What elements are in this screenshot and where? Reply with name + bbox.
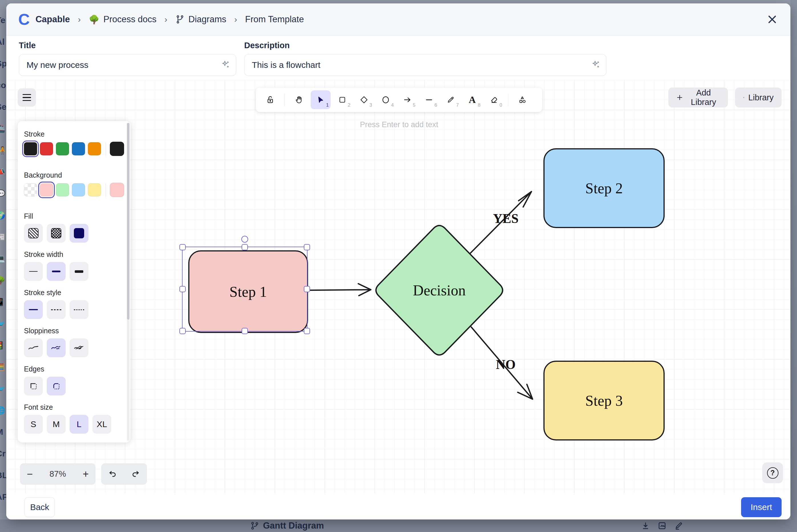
zoom-out-button[interactable]: −: [27, 469, 33, 479]
divider: [106, 183, 106, 197]
font-size-section-label: Font size: [24, 403, 124, 412]
stroke-style-dashed-button[interactable]: [47, 300, 66, 319]
zoom-level[interactable]: 87%: [49, 469, 66, 479]
globe-mesh-emoji-icon: 🌐: [0, 406, 7, 415]
tool-shortcut: 2: [348, 102, 350, 108]
history-bar: [101, 463, 147, 485]
zoom-in-button[interactable]: +: [83, 469, 89, 479]
arrow-tool-icon[interactable]: 5: [397, 90, 417, 109]
background-color-green[interactable]: [56, 183, 69, 196]
close-icon[interactable]: [764, 11, 781, 28]
insert-button[interactable]: Insert: [741, 497, 782, 517]
panel-scrollbar-thumb[interactable]: [127, 123, 130, 320]
resize-handle-n[interactable]: [242, 244, 248, 250]
background-color-blue[interactable]: [72, 183, 85, 196]
stroke-color-green[interactable]: [56, 142, 69, 155]
stroke-width-thin-button[interactable]: [24, 262, 43, 281]
drawing-canvas[interactable]: 1 2 3 4 5: [6, 80, 791, 493]
background-color-yellow[interactable]: [88, 183, 101, 196]
edges-sharp-button[interactable]: [24, 377, 43, 395]
news-emoji-icon: 📰: [0, 233, 7, 241]
back-button[interactable]: Back: [24, 497, 55, 517]
flowchart-node-step2[interactable]: Step 2: [543, 148, 665, 228]
fill-crosshatch-button[interactable]: [47, 224, 66, 243]
font-size-m-button[interactable]: M: [47, 415, 66, 434]
divider: [508, 94, 508, 106]
background-current-color[interactable]: [110, 183, 124, 197]
library-button[interactable]: Library: [735, 88, 782, 108]
flowchart-node-decision[interactable]: Decision: [373, 223, 505, 357]
tree-emoji-icon: 🌳: [89, 15, 99, 24]
phone-emoji-icon: 📱: [0, 298, 7, 306]
line-tool-icon[interactable]: 6: [419, 90, 439, 109]
resize-handle-e[interactable]: [304, 286, 310, 292]
stroke-color-orange[interactable]: [88, 142, 101, 155]
stroke-style-dotted-button[interactable]: [70, 300, 89, 319]
megaphone-emoji-icon: 📣: [0, 168, 7, 176]
resize-handle-ne[interactable]: [304, 244, 310, 250]
resize-handle-se[interactable]: [304, 328, 310, 334]
diamond-tool-icon[interactable]: 3: [354, 90, 374, 109]
background-color-transparent[interactable]: [24, 183, 37, 196]
breadcrumb-label: Diagrams: [188, 14, 226, 24]
breadcrumb-process-docs[interactable]: 🌳 Process docs: [89, 14, 156, 24]
font-size-row: S M L XL: [24, 415, 124, 434]
breadcrumb-capable[interactable]: Capable: [35, 14, 70, 24]
diagram-editor-modal: C Capable › 🌳 Process docs › Diagrams › …: [6, 3, 791, 519]
stroke-style-solid-button[interactable]: [24, 300, 43, 319]
resize-handle-w[interactable]: [180, 286, 186, 292]
zoom-bar: − 87% +: [20, 463, 96, 485]
book-icon: [743, 93, 744, 102]
lock-icon[interactable]: [260, 90, 280, 109]
font-size-s-button[interactable]: S: [24, 415, 43, 434]
breadcrumb-diagrams[interactable]: Diagrams: [175, 14, 226, 24]
text-tool-icon[interactable]: A 8: [462, 90, 482, 109]
selection-tool-icon[interactable]: 1: [311, 90, 331, 109]
stroke-color-black[interactable]: [24, 142, 37, 155]
sparkles-ai-icon[interactable]: [221, 60, 230, 71]
title-input[interactable]: [19, 54, 236, 76]
font-size-xl-button[interactable]: XL: [92, 415, 111, 434]
edges-round-button[interactable]: [47, 377, 66, 395]
form-row: Title Description: [6, 36, 791, 80]
rectangle-tool-icon[interactable]: 2: [332, 90, 352, 109]
stroke-width-bold-button[interactable]: [47, 262, 66, 281]
resize-handle-s[interactable]: [242, 328, 248, 334]
stroke-color-red[interactable]: [40, 142, 53, 155]
ellipse-tool-icon[interactable]: 4: [376, 90, 396, 109]
flowchart-node-step3[interactable]: Step 3: [543, 361, 665, 440]
stroke-width-extrabold-button[interactable]: [70, 262, 89, 281]
backdrop-text: Se: [0, 103, 7, 111]
ship-emoji-icon: 🚢: [0, 124, 7, 133]
node-label: Step 2: [585, 180, 623, 197]
edge-label-yes[interactable]: YES: [487, 211, 524, 226]
sloppiness-architect-button[interactable]: [24, 338, 43, 357]
tool-island: 1 2 3 4 5: [256, 88, 542, 112]
description-input[interactable]: [244, 54, 607, 76]
sparkles-ai-icon[interactable]: [591, 60, 601, 71]
stroke-current-color[interactable]: [110, 142, 124, 156]
fill-hachure-button[interactable]: [24, 224, 43, 243]
sloppiness-cartoonist-button[interactable]: [70, 338, 89, 357]
modal-footer: Back Insert: [6, 493, 791, 519]
font-size-l-button[interactable]: L: [70, 415, 89, 434]
draw-tool-icon[interactable]: 7: [441, 90, 461, 109]
shapes-tool-icon[interactable]: [512, 90, 532, 109]
eraser-tool-icon[interactable]: 0: [484, 90, 504, 109]
sloppiness-artist-button[interactable]: [47, 338, 66, 357]
add-library-button[interactable]: Add Library: [668, 88, 728, 108]
stroke-color-blue[interactable]: [72, 142, 85, 155]
backdrop-text: Te: [0, 16, 7, 24]
background-color-pink[interactable]: [40, 183, 53, 196]
redo-icon[interactable]: [131, 469, 140, 479]
resize-handle-sw[interactable]: [180, 328, 186, 334]
resize-handle-nw[interactable]: [180, 244, 186, 250]
undo-icon[interactable]: [108, 469, 117, 479]
help-button[interactable]: ?: [762, 462, 783, 483]
edge-label-no[interactable]: NO: [487, 357, 524, 372]
rotate-handle[interactable]: [241, 236, 248, 243]
edit-icon: [674, 521, 683, 530]
hand-tool-icon[interactable]: [289, 90, 309, 109]
fill-solid-button[interactable]: [70, 224, 89, 243]
menu-hamburger-icon[interactable]: [18, 88, 36, 107]
